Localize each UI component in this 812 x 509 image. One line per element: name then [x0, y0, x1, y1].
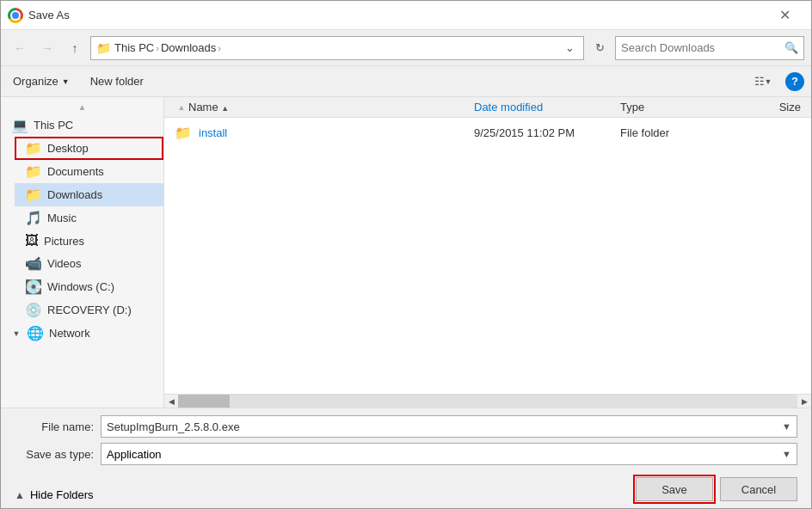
close-button[interactable]: ✕	[765, 1, 804, 30]
sidebar-item-videos[interactable]: 📹 Videos	[15, 252, 163, 275]
sidebar-label-music: Music	[47, 212, 77, 224]
help-icon: ?	[791, 75, 798, 88]
sidebar-label-this-pc: This PC	[34, 119, 73, 132]
search-icon: 🔍	[784, 41, 798, 54]
recovery-d-icon: 💿	[25, 302, 42, 318]
save-type-value: Application	[107, 448, 162, 461]
col-type-header[interactable]: Type	[620, 101, 732, 113]
file-name-label: File name:	[15, 420, 101, 433]
sidebar-item-network[interactable]: ▼ 🌐 Network	[1, 322, 163, 345]
col-size-header[interactable]: Size	[732, 101, 801, 113]
save-label: Save	[661, 483, 687, 496]
sidebar-item-documents[interactable]: 📁 Documents	[15, 160, 163, 183]
file-list-header: ▲ Name ▲ Date modified Type Size	[164, 97, 811, 118]
up-button[interactable]: ↑	[63, 36, 87, 60]
new-folder-label: New folder	[90, 75, 144, 88]
view-dropdown-icon: ▼	[765, 77, 772, 86]
sidebar-item-music[interactable]: 🎵 Music	[15, 206, 163, 230]
address-folder-icon: 📁	[96, 41, 111, 55]
organize-toolbar: Organize ▼ New folder ☷ ▼ ?	[1, 66, 811, 97]
title-left: Save As	[8, 8, 70, 23]
right-panel: ▲ Name ▲ Date modified Type Size 📁	[164, 97, 811, 408]
address-part-downloads: Downloads	[161, 41, 216, 54]
sidebar-item-recovery-d[interactable]: 💿 RECOVERY (D:)	[15, 298, 163, 322]
address-toolbar: ← → ↑ 📁 This PC › Downloads › ⌄ ↻ 🔍	[1, 30, 811, 66]
sidebar-label-videos: Videos	[47, 257, 82, 270]
col-date-label: Date modified	[474, 101, 543, 113]
save-type-field[interactable]: Application ▼	[101, 443, 797, 465]
file-name-field[interactable]: ▼	[101, 415, 797, 438]
desktop-icon: 📁	[25, 140, 42, 156]
sidebar-label-documents: Documents	[47, 165, 104, 178]
hide-folders-label[interactable]: Hide Folders	[30, 488, 94, 501]
sidebar-item-this-pc[interactable]: 💻 This PC	[1, 113, 163, 137]
save-button[interactable]: Save	[636, 477, 713, 501]
sidebar-label-downloads: Downloads	[47, 188, 102, 201]
hscroll-track[interactable]	[178, 395, 797, 408]
address-part-thispc: This PC	[114, 41, 154, 54]
hscroll-right-button[interactable]: ▶	[797, 395, 811, 408]
documents-icon: 📁	[25, 163, 42, 180]
sidebar-item-desktop[interactable]: 📁 Desktop	[15, 137, 163, 160]
install-file-name: install	[199, 126, 474, 139]
network-icon: 🌐	[27, 325, 44, 341]
windows-c-icon: 💽	[25, 279, 42, 295]
new-folder-button[interactable]: New folder	[85, 71, 149, 91]
hide-folders-chevron: ▲	[15, 489, 25, 501]
file-name-row: File name: ▼	[15, 415, 797, 438]
organize-button[interactable]: Organize ▼	[8, 71, 75, 91]
table-row[interactable]: 📁 install 9/25/2015 11:02 PM File folder	[164, 121, 811, 144]
hide-folders-row[interactable]: ▲ Hide Folders	[15, 488, 94, 501]
this-pc-icon: 💻	[11, 117, 28, 133]
hscroll-thumb[interactable]	[178, 395, 230, 408]
bottom-flex: ▲ Hide Folders Save Cancel	[15, 470, 797, 501]
sidebar-label-recovery-d: RECOVERY (D:)	[47, 304, 132, 316]
forward-button[interactable]: →	[35, 36, 59, 60]
search-box[interactable]: 🔍	[615, 36, 804, 60]
file-name-dropdown-icon[interactable]: ▼	[782, 421, 791, 432]
save-type-dropdown-icon[interactable]: ▼	[782, 449, 791, 459]
organize-label: Organize	[13, 75, 58, 88]
save-type-label: Save as type:	[15, 448, 101, 461]
main-content: ▲ 💻 This PC 📁 Desktop 📁 Documents 📁 Down…	[1, 97, 811, 408]
sidebar-item-downloads[interactable]: 📁 Downloads	[15, 183, 163, 206]
downloads-icon: 📁	[25, 187, 42, 203]
cancel-button[interactable]: Cancel	[720, 477, 797, 501]
help-button[interactable]: ?	[785, 72, 804, 91]
address-bar[interactable]: 📁 This PC › Downloads › ⌄	[90, 36, 584, 60]
col-name-header[interactable]: Name ▲	[188, 101, 474, 113]
col-name-label: Name	[188, 101, 218, 113]
install-date: 9/25/2015 11:02 PM	[474, 126, 620, 139]
sidebar-label-network: Network	[49, 327, 90, 340]
title-bar: Save As ✕	[1, 1, 811, 30]
col-date-header[interactable]: Date modified	[474, 101, 620, 113]
videos-icon: 📹	[25, 255, 42, 272]
music-icon: 🎵	[25, 210, 42, 226]
sidebar-label-windows-c: Windows (C:)	[47, 280, 114, 293]
sidebar-item-windows-c[interactable]: 💽 Windows (C:)	[15, 275, 163, 298]
address-sep-1: ›	[156, 43, 159, 53]
address-dropdown-button[interactable]: ⌄	[561, 38, 578, 58]
install-folder-icon: 📁	[175, 125, 192, 141]
header-sort-up: ▲	[175, 103, 188, 112]
dialog-title: Save As	[28, 9, 70, 21]
sidebar-item-pictures[interactable]: 🖼 Pictures	[15, 230, 163, 252]
view-icon: ☷	[754, 75, 765, 88]
back-button[interactable]: ←	[8, 36, 32, 60]
action-buttons: Save Cancel	[636, 477, 797, 501]
file-list: 📁 install 9/25/2015 11:02 PM File folder	[164, 118, 811, 394]
file-name-input[interactable]	[107, 420, 782, 433]
horizontal-scrollbar[interactable]: ◀ ▶	[164, 394, 811, 408]
address-parts: This PC › Downloads ›	[114, 41, 557, 54]
scroll-up-indicator: ▲	[1, 101, 163, 113]
refresh-button[interactable]: ↻	[587, 36, 612, 60]
network-expand-icon: ▼	[11, 328, 22, 339]
organize-dropdown-icon: ▼	[62, 77, 70, 86]
left-panel: ▲ 💻 This PC 📁 Desktop 📁 Documents 📁 Down…	[1, 97, 164, 408]
view-options-button[interactable]: ☷ ▼	[751, 70, 775, 94]
col-size-label: Size	[779, 101, 801, 113]
col-type-label: Type	[620, 101, 644, 113]
hscroll-left-button[interactable]: ◀	[164, 395, 178, 408]
save-as-dialog: Save As ✕ ← → ↑ 📁 This PC › Downloads › …	[0, 0, 812, 509]
search-input[interactable]	[621, 41, 781, 54]
